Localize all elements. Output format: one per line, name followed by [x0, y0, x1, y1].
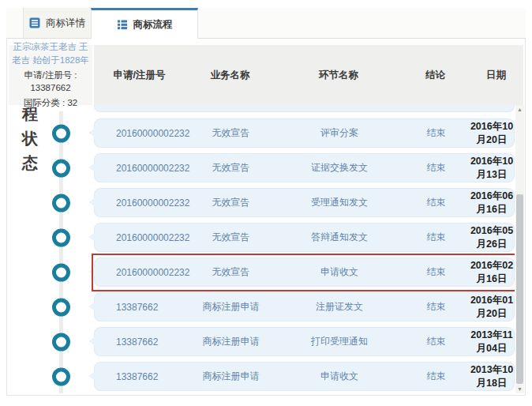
- header-reg-no: 申请/注册号: [94, 69, 185, 82]
- timeline-ring-icon: [52, 194, 70, 212]
- registration-number: 申请/注册号 : 13387662: [11, 69, 90, 95]
- cell-date: 2016年06月16日: [470, 190, 514, 216]
- timeline-ring-icon: [52, 125, 70, 143]
- cell-step: 证据交换发文: [276, 161, 403, 175]
- cell-date: 2016年05月26日: [470, 224, 514, 251]
- cell-result: 结束: [403, 231, 470, 244]
- table-row: 13387662 商标注册申请 申请收文 结束 2013年10月18日: [7, 359, 515, 393]
- header-result: 结论: [402, 69, 469, 82]
- cell-reg-no: 20160000002232: [95, 232, 185, 243]
- cell-date: 2016年10月20日: [470, 120, 514, 147]
- cell-result: 结束: [403, 161, 470, 175]
- cell-date: 2016年01月20日: [470, 294, 514, 321]
- process-row-card[interactable]: 13387662 商标注册申请 注册证发文 结束 2016年01月20日: [94, 292, 515, 321]
- trademark-title[interactable]: 正宗凉茶王老吉 王老吉 始创于1828年: [11, 40, 90, 66]
- process-row-card[interactable]: 20160000002232 无效宣告 申请收文 结束 2016年02月16日: [94, 258, 515, 287]
- cell-business: 无效宣告: [185, 265, 276, 279]
- process-row-card[interactable]: 20160000002232 无效宣告 评审分案 结束 2016年10月20日: [94, 118, 515, 148]
- cell-business: 无效宣告: [185, 126, 276, 140]
- process-row-card[interactable]: 20160000002232 无效宣告 证据交换发文 结束 2016年10月13…: [94, 153, 515, 182]
- cell-result: 结束: [403, 265, 470, 279]
- cell-result: 结束: [403, 335, 470, 348]
- tab-bar: 商标详情 商标流程: [6, 8, 526, 39]
- cell-date: 2016年02月16日: [470, 259, 514, 286]
- cell-business: 商标注册申请: [185, 335, 276, 348]
- list-icon: [117, 19, 128, 30]
- cell-reg-no: 13387662: [95, 302, 185, 313]
- cell-step: 申请收文: [276, 265, 403, 279]
- trademark-window: 商标详情 商标流程 正宗凉茶王老吉 王老吉 始创于1828年 申请/注册号 : …: [0, 0, 532, 406]
- cell-step: 评审分案: [276, 126, 403, 140]
- cell-result: 结束: [403, 196, 470, 209]
- scrollbar[interactable]: ▲ ▼: [515, 105, 524, 393]
- table-row: 20160000002232 无效宣告 申请收文 结束 2016年02月16日: [7, 255, 515, 290]
- cell-business: 商标注册申请: [185, 300, 276, 314]
- table-row: 20160000002232 无效宣告 证据交换发文 结束 2016年10月13…: [7, 151, 515, 186]
- cell-date: 2016年10月13日: [470, 155, 514, 182]
- table-row: 20160000002232 无效宣告 评审分案 结束 2016年10月20日: [7, 116, 515, 151]
- timeline-ring-icon: [52, 229, 70, 247]
- cell-business: 无效宣告: [185, 161, 276, 175]
- scroll-up-icon[interactable]: ▲: [515, 105, 524, 114]
- scroll-down-icon[interactable]: ▼: [515, 385, 524, 393]
- cell-reg-no: 20160000002232: [95, 267, 185, 278]
- partial-row: [94, 105, 515, 112]
- cell-business: 无效宣告: [185, 231, 276, 244]
- header-step: 环节名称: [275, 69, 402, 82]
- cell-step: 申请收文: [276, 370, 403, 383]
- table-row: 20160000002232 无效宣告 受理通知发文 结束 2016年06月16…: [7, 186, 515, 220]
- table-row: 20160000002232 无效宣告 答辩通知发文 结束 2016年05月26…: [7, 220, 515, 255]
- cell-result: 结束: [403, 126, 470, 140]
- tab-label: 商标流程: [133, 18, 173, 32]
- process-row-card[interactable]: 20160000002232 无效宣告 受理通知发文 结束 2016年06月16…: [94, 188, 515, 217]
- header-date: 日期: [469, 69, 523, 82]
- cell-result: 结束: [403, 300, 470, 314]
- cell-step: 答辩通知发文: [276, 231, 403, 244]
- cell-date: 2013年10月18日: [470, 363, 514, 390]
- cell-reg-no: 20160000002232: [95, 197, 185, 209]
- cell-reg-no: 13387662: [95, 371, 185, 382]
- timeline-ring-icon: [52, 299, 70, 317]
- trademark-info-box: 正宗凉茶王老吉 王老吉 始创于1828年 申请/注册号 : 13387662 国…: [9, 45, 92, 105]
- cell-step: 注册证发文: [276, 300, 403, 314]
- cell-date: 2013年11月04日: [470, 329, 514, 355]
- tab-label: 商标详情: [46, 17, 85, 30]
- flow-panel: 正宗凉茶王老吉 王老吉 始创于1828年 申请/注册号 : 13387662 国…: [6, 39, 526, 396]
- timeline-ring-icon: [52, 368, 70, 386]
- timeline-rows: 20160000002232 无效宣告 评审分案 结束 2016年10月20日 …: [7, 105, 515, 393]
- table-header: 申请/注册号 业务名称 环节名称 结论 日期: [94, 45, 523, 105]
- cell-reg-no: 20160000002232: [95, 163, 185, 174]
- process-row-card[interactable]: 13387662 商标注册申请 申请收文 结束 2013年10月18日: [94, 362, 515, 391]
- process-row-card[interactable]: 20160000002232 无效宣告 答辩通知发文 结束 2016年05月26…: [94, 223, 515, 252]
- tab-trademark-flow[interactable]: 商标流程: [91, 8, 198, 39]
- cell-business: 无效宣告: [185, 196, 276, 209]
- scrollbar-thumb[interactable]: [516, 194, 523, 384]
- tab-trademark-details[interactable]: 商标详情: [23, 8, 91, 38]
- document-icon: [29, 17, 40, 28]
- timeline-ring-icon: [52, 160, 70, 178]
- timeline-ring-icon: [52, 333, 70, 351]
- table-row: 13387662 商标注册申请 注册证发文 结束 2016年01月20日: [7, 290, 515, 325]
- cell-reg-no: 13387662: [95, 336, 185, 348]
- header-business: 业务名称: [185, 69, 275, 82]
- cell-reg-no: 20160000002232: [95, 128, 185, 139]
- cell-business: 商标注册申请: [185, 370, 276, 383]
- cell-result: 结束: [403, 370, 470, 383]
- cell-step: 打印受理通知: [276, 335, 403, 348]
- cell-step: 受理通知发文: [276, 196, 403, 209]
- process-status-label: 程 状 态: [20, 102, 40, 175]
- process-row-card[interactable]: 13387662 商标注册申请 打印受理通知 结束 2013年11月04日: [94, 327, 515, 356]
- table-row: 13387662 商标注册申请 打印受理通知 结束 2013年11月04日: [7, 325, 515, 359]
- timeline-ring-icon: [52, 264, 70, 282]
